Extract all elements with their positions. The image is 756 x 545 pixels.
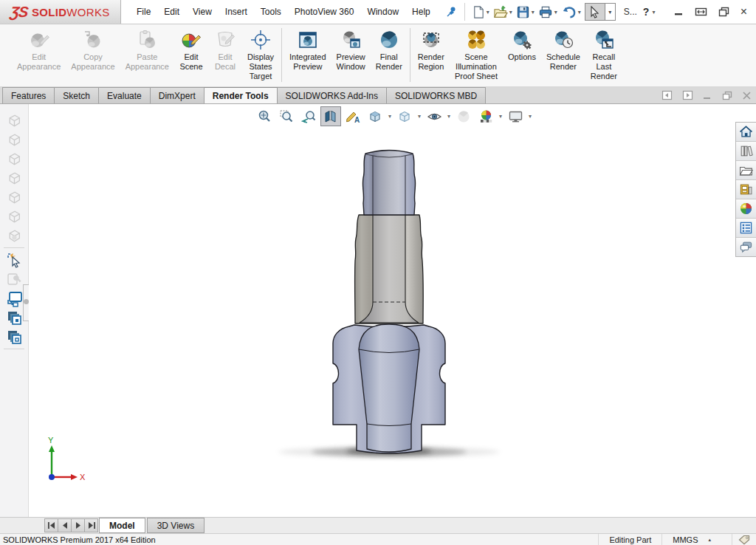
- edit-scene-button[interactable]: EditScene: [174, 28, 208, 72]
- undo-icon: [561, 5, 577, 19]
- preview-window-icon: [339, 28, 362, 52]
- display-state-cube-icon: [0, 149, 28, 168]
- restore-document-icon[interactable]: [722, 91, 732, 100]
- paste-settings-icon[interactable]: [0, 327, 28, 346]
- sheet-tab-bar: Model 3D Views: [0, 517, 756, 533]
- print-button[interactable]: ▾: [537, 4, 560, 20]
- first-sheet-button[interactable]: [44, 518, 58, 532]
- tab-features[interactable]: Features: [2, 87, 55, 103]
- tag-icon: [738, 535, 750, 545]
- display-state-cube-icon: [0, 207, 28, 226]
- print-dropdown[interactable]: ▾: [554, 9, 557, 16]
- triad-x-label: X: [80, 473, 86, 481]
- editing-mode-label: Editing Part: [598, 534, 662, 545]
- sheet-nav-buttons: [44, 518, 97, 533]
- pin-menu-button[interactable]: [443, 4, 459, 20]
- edition-label: SOLIDWORKS Premium 2017 x64 Edition: [0, 535, 156, 544]
- minimize-document-icon[interactable]: [703, 91, 712, 100]
- custom-properties-icon: [739, 221, 753, 235]
- undo-button[interactable]: ▾: [560, 4, 584, 20]
- home-icon: [739, 125, 753, 139]
- workspace: A ▾ ▾ ▾ ▾ ▾: [0, 104, 756, 517]
- new-document-dropdown[interactable]: ▾: [487, 9, 489, 16]
- help-dropdown[interactable]: ▾: [652, 9, 655, 16]
- part-geometry: [333, 151, 445, 454]
- tag-button[interactable]: [732, 534, 756, 545]
- final-render-button[interactable]: FinalRender: [371, 28, 408, 72]
- tab-solidworks-add-ins[interactable]: SOLIDWORKS Add-Ins: [277, 87, 387, 103]
- menu-photoview-360[interactable]: PhotoView 360: [288, 3, 361, 21]
- select-new-icon[interactable]: [0, 250, 28, 270]
- menu-view[interactable]: View: [186, 3, 219, 21]
- undo-dropdown[interactable]: ▾: [578, 9, 581, 16]
- task-pane-home-button[interactable]: [736, 123, 756, 142]
- preview-window-button[interactable]: PreviewWindow: [331, 28, 371, 72]
- open-dropdown[interactable]: ▾: [509, 9, 512, 16]
- new-document-button[interactable]: ▾: [470, 4, 492, 20]
- part-model[interactable]: Y X: [29, 104, 756, 517]
- task-pane-design-library-button[interactable]: [736, 142, 756, 161]
- toolbar-overflow-label[interactable]: S...: [624, 7, 637, 17]
- tab-solidworks-mbd[interactable]: SOLIDWORKS MBD: [386, 87, 486, 103]
- previous-sheet-button[interactable]: [58, 518, 72, 532]
- previous-pane-icon[interactable]: [662, 90, 673, 100]
- save-button[interactable]: ▾: [515, 4, 537, 20]
- next-pane-icon[interactable]: [682, 90, 693, 100]
- select-tool-pressed[interactable]: [585, 3, 605, 21]
- ds-logo-mark: ƷS: [10, 4, 30, 21]
- close-button[interactable]: ×: [740, 7, 747, 17]
- next-sheet-button[interactable]: [71, 518, 85, 532]
- restore-button[interactable]: [718, 7, 729, 17]
- tab-sketch[interactable]: Sketch: [54, 87, 99, 103]
- tab-evaluate[interactable]: Evaluate: [98, 87, 151, 103]
- select-tool-button[interactable]: ▾: [584, 2, 616, 21]
- open-button[interactable]: ▾: [492, 4, 515, 20]
- units-selector[interactable]: MMGS▴: [662, 534, 732, 545]
- edit-appearance-icon: [27, 28, 51, 52]
- save-dropdown[interactable]: ▾: [532, 9, 535, 16]
- task-pane-appearances-button[interactable]: [736, 199, 756, 219]
- close-document-icon[interactable]: [742, 91, 752, 100]
- span-displays-button[interactable]: [695, 7, 707, 17]
- new-document-icon: [471, 5, 485, 19]
- recall-last-render-button[interactable]: RecallLastRender: [585, 28, 622, 81]
- recall-last-render-icon: [592, 28, 616, 52]
- inner-cone: [359, 324, 419, 452]
- help-button[interactable]: ?: [643, 6, 650, 18]
- select-tool-dropdown[interactable]: ▾: [605, 3, 616, 21]
- tab-model[interactable]: Model: [99, 518, 145, 533]
- menu-edit[interactable]: Edit: [157, 3, 186, 21]
- task-pane-file-explorer-button[interactable]: [736, 161, 756, 180]
- flyout-grip-dot[interactable]: [24, 299, 29, 304]
- units-caret-icon: ▴: [708, 537, 711, 543]
- tab-render-tools[interactable]: Render Tools: [204, 87, 278, 103]
- graphics-viewport[interactable]: A ▾ ▾ ▾ ▾ ▾: [29, 104, 756, 517]
- minimize-button[interactable]: [673, 7, 684, 17]
- edit-decal-icon: [213, 28, 237, 52]
- task-pane-forum-button[interactable]: [736, 238, 756, 256]
- scene-illumination-proof-sheet-button[interactable]: SceneIlluminationProof Sheet: [450, 28, 503, 81]
- display-states-target-button[interactable]: DisplayStatesTarget: [242, 28, 279, 81]
- edit-appearance-button: EditAppearance: [12, 28, 66, 72]
- menu-insert[interactable]: Insert: [219, 3, 254, 21]
- quick-access-toolbar: ▾ ▾ ▾ ▾: [470, 2, 658, 21]
- options-button[interactable]: Options: [503, 28, 541, 62]
- render-region-icon: [419, 28, 443, 52]
- render-region-button[interactable]: RenderRegion: [413, 28, 450, 72]
- last-sheet-button[interactable]: [84, 518, 98, 532]
- schedule-render-button[interactable]: ScheduleRender: [541, 28, 585, 72]
- forum-icon: [739, 240, 753, 254]
- menu-window[interactable]: Window: [360, 3, 405, 21]
- minimize-icon: [673, 7, 684, 17]
- task-pane-custom-properties-button[interactable]: [736, 219, 756, 238]
- task-pane-view-palette-button[interactable]: [736, 180, 756, 199]
- display-state-cube-icon: [0, 111, 28, 130]
- tab-3d-views[interactable]: 3D Views: [147, 518, 205, 533]
- menu-help[interactable]: Help: [405, 3, 437, 21]
- menu-file[interactable]: File: [130, 3, 157, 21]
- tab-dimxpert[interactable]: DimXpert: [150, 87, 205, 103]
- edit-decal-button: EditDecal: [208, 28, 242, 72]
- menu-tools[interactable]: Tools: [254, 3, 288, 21]
- integrated-preview-button[interactable]: IntegratedPreview: [284, 28, 331, 72]
- menu-bar: File Edit View Insert Tools PhotoView 36…: [130, 3, 437, 21]
